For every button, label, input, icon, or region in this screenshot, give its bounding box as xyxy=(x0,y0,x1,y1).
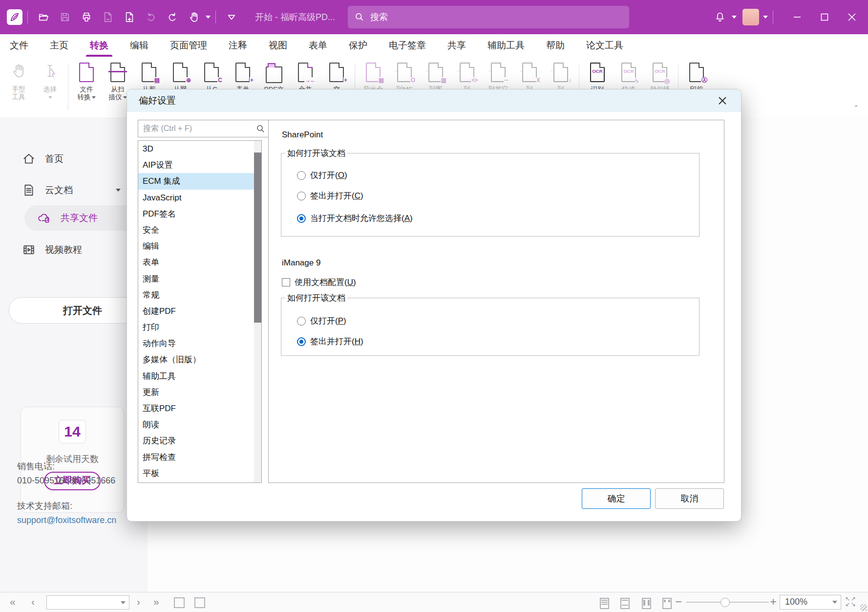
radio-checkout-and-open-imanage[interactable]: 签出并打开(H) xyxy=(297,336,363,347)
search-input[interactable] xyxy=(369,12,586,23)
hand-tool-icon[interactable] xyxy=(185,8,203,26)
radio-icon[interactable] xyxy=(297,171,306,180)
category-item[interactable]: 拼写检查 xyxy=(138,449,261,465)
previous-page-button[interactable]: ‹ xyxy=(31,592,35,611)
tab-esign[interactable]: 电子签章 xyxy=(389,39,426,52)
print-icon[interactable] xyxy=(78,8,95,26)
radio-checkout-and-open[interactable]: 签出并打开(C) xyxy=(297,190,363,201)
chevron-down-icon[interactable] xyxy=(206,16,211,19)
continuous-view-icon[interactable] xyxy=(620,598,630,609)
category-item[interactable]: 辅助工具 xyxy=(138,368,261,384)
radio-ask-when-opening[interactable]: 当打开文档时允许您选择(A) xyxy=(297,213,413,224)
preferences-search-input[interactable] xyxy=(142,124,242,133)
category-item[interactable]: PDF签名 xyxy=(138,206,261,222)
undo-icon[interactable] xyxy=(142,8,160,26)
open-file-icon[interactable] xyxy=(35,8,52,26)
category-item[interactable]: 安全 xyxy=(138,222,261,238)
ok-button[interactable]: 确定 xyxy=(582,488,651,509)
category-item[interactable]: 编辑 xyxy=(138,238,261,254)
category-item[interactable]: 测量 xyxy=(138,271,261,287)
tab-comment[interactable]: 注释 xyxy=(229,39,247,52)
radio-open-only-imanage[interactable]: 仅打开(P) xyxy=(297,315,346,327)
collapse-ribbon-icon[interactable]: ⌃ xyxy=(853,104,859,112)
cancel-button[interactable]: 取消 xyxy=(655,488,724,509)
category-item[interactable]: 更新 xyxy=(138,384,261,400)
zoom-in-button[interactable]: + xyxy=(770,592,777,611)
scrollbar-track[interactable] xyxy=(254,141,261,482)
next-page-button[interactable]: › xyxy=(137,592,140,611)
chevron-down-icon[interactable] xyxy=(763,16,768,19)
tab-accessibility[interactable]: 辅助工具 xyxy=(487,39,525,52)
checkbox-icon[interactable] xyxy=(282,278,290,286)
tab-convert[interactable]: 转换 xyxy=(90,39,108,52)
sidebar-item-home[interactable]: 首页 xyxy=(0,147,148,171)
tab-edit[interactable]: 编辑 xyxy=(130,39,148,52)
zoom-slider-knob[interactable] xyxy=(720,598,730,607)
dialog-titlebar[interactable]: 偏好设置 xyxy=(127,89,741,112)
chevron-down-icon[interactable] xyxy=(116,189,121,192)
page-add-icon[interactable] xyxy=(121,8,138,26)
continuous-facing-view-icon[interactable] xyxy=(662,598,672,609)
tab-help[interactable]: 帮助 xyxy=(546,39,565,52)
page-remove-icon[interactable] xyxy=(99,8,117,26)
sidebar-item-cloud-docs[interactable]: 云文档 xyxy=(0,178,148,202)
last-page-button[interactable]: » xyxy=(153,592,159,611)
radio-icon[interactable] xyxy=(297,317,306,326)
checkbox-use-doc-profile[interactable]: 使用文档配置(U) xyxy=(282,277,356,288)
dialog-close-button[interactable] xyxy=(716,94,729,108)
category-item-selected[interactable]: ECM 集成 xyxy=(138,173,261,189)
redo-icon[interactable] xyxy=(164,8,181,26)
category-item[interactable]: JavaScript xyxy=(138,190,261,206)
category-item[interactable]: 互联PDF xyxy=(138,400,261,416)
support-email-link[interactable]: support@foxitsoftware.cn xyxy=(17,513,116,527)
first-page-button[interactable]: « xyxy=(10,592,16,611)
category-item[interactable]: 常规 xyxy=(138,287,261,303)
tab-form[interactable]: 表单 xyxy=(309,39,327,52)
single-page-view-icon[interactable] xyxy=(600,598,609,609)
ribbon-select-tool[interactable]: 选择 xyxy=(34,57,65,117)
radio-icon[interactable] xyxy=(297,192,306,200)
quick-access-flag-icon[interactable] xyxy=(223,8,240,26)
tab-organize[interactable]: 页面管理 xyxy=(170,39,207,52)
fullscreen-icon[interactable]: ↖↗↙↘ xyxy=(845,596,857,607)
save-icon[interactable] xyxy=(56,8,74,26)
radio-icon-checked[interactable] xyxy=(297,214,306,223)
radio-icon-checked[interactable] xyxy=(297,337,306,346)
maximize-button[interactable] xyxy=(816,9,833,25)
facing-view-icon[interactable] xyxy=(642,598,651,609)
ribbon-hand-tool[interactable]: 手型工具 xyxy=(3,57,34,117)
close-button[interactable] xyxy=(844,9,860,25)
preferences-search-box[interactable] xyxy=(138,120,270,137)
category-item[interactable]: AIP设置 xyxy=(138,157,261,173)
user-avatar[interactable] xyxy=(742,9,759,25)
tab-protect[interactable]: 保护 xyxy=(349,39,367,52)
category-item[interactable]: 朗读 xyxy=(138,416,261,433)
category-item[interactable]: 3D xyxy=(138,141,261,157)
category-item[interactable]: 动作向导 xyxy=(138,335,261,351)
tab-file[interactable]: 文件 xyxy=(10,39,28,52)
page-number-combobox[interactable] xyxy=(46,595,129,610)
resize-grip[interactable] xyxy=(860,604,867,611)
category-item[interactable]: 创建PDF xyxy=(138,303,261,319)
radio-open-only[interactable]: 仅打开(O) xyxy=(297,170,347,181)
scrollbar-thumb[interactable] xyxy=(254,153,261,323)
preferences-category-list[interactable]: 3D AIP设置 ECM 集成 JavaScript PDF签名 安全 编辑 表… xyxy=(138,140,262,483)
sidebar-item-video-tutorials[interactable]: 视频教程 xyxy=(0,238,148,262)
category-item[interactable]: 表单 xyxy=(138,254,261,270)
tab-home[interactable]: 主页 xyxy=(50,39,68,52)
search-bar[interactable] xyxy=(348,6,629,28)
notification-bell-icon[interactable] xyxy=(711,8,729,26)
chevron-down-icon[interactable] xyxy=(732,16,737,19)
next-view-icon[interactable] xyxy=(194,597,205,608)
previous-view-icon[interactable] xyxy=(174,597,185,608)
tab-paper-tools[interactable]: 论文工具 xyxy=(586,39,623,52)
category-item[interactable]: 打印 xyxy=(138,319,261,335)
tab-share[interactable]: 共享 xyxy=(447,39,466,52)
zoom-level-combobox[interactable]: 100% xyxy=(780,595,841,610)
category-item[interactable]: 平板 xyxy=(138,465,261,481)
tab-view[interactable]: 视图 xyxy=(269,39,287,52)
ribbon-convert-file[interactable]: 文件转换 xyxy=(71,57,102,117)
category-item[interactable]: 多媒体（旧版） xyxy=(138,351,261,368)
category-item[interactable]: 历史记录 xyxy=(138,433,261,449)
zoom-out-button[interactable]: − xyxy=(675,592,682,611)
